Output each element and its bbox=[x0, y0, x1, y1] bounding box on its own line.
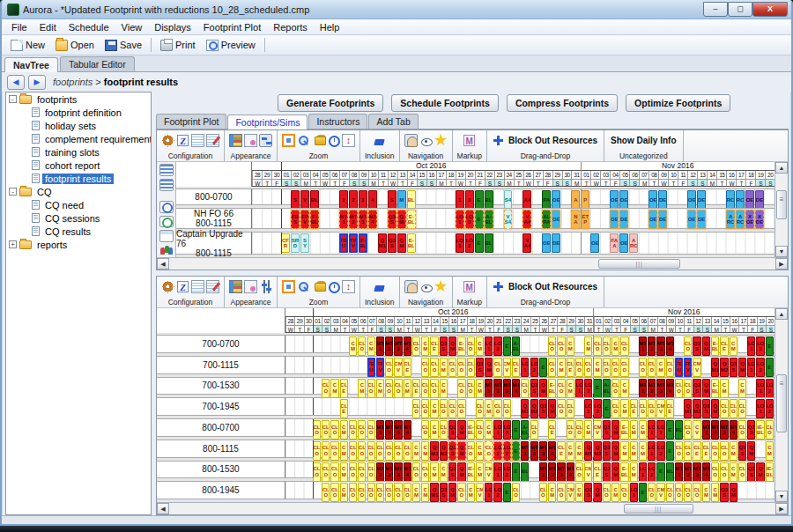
schedule-cell[interactable]: CM bbox=[584, 336, 592, 356]
schedule-cell[interactable]: Q3S bbox=[720, 483, 728, 502]
breadcrumb-parent[interactable]: footprints bbox=[53, 77, 93, 87]
people-colors-icon[interactable] bbox=[159, 245, 174, 257]
schedule-cell[interactable]: MT3 bbox=[557, 462, 565, 482]
schedule-cell[interactable]: CM bbox=[611, 336, 619, 356]
magnifier-icon[interactable] bbox=[297, 134, 310, 147]
save-button[interactable]: Save bbox=[100, 38, 147, 53]
schedule-cell[interactable]: QM bbox=[611, 441, 619, 461]
row-view-alt-icon[interactable] bbox=[159, 179, 174, 191]
taskbar[interactable] bbox=[0, 526, 793, 532]
schedule-cell[interactable]: 2 bbox=[349, 190, 358, 210]
schedule-cell[interactable]: CLO bbox=[620, 483, 628, 502]
schedule-cell[interactable]: FBS bbox=[291, 210, 300, 229]
schedule-cell[interactable]: MT1 bbox=[376, 420, 384, 440]
schedule-cell[interactable]: CM bbox=[620, 441, 628, 461]
schedule-cell[interactable]: Q3S bbox=[603, 441, 611, 461]
schedule-cell[interactable]: S bbox=[291, 190, 300, 210]
tree-expander-icon[interactable]: + bbox=[9, 240, 17, 248]
schedule-cell[interactable]: CLO bbox=[421, 462, 429, 482]
schedule-cell[interactable]: CLO bbox=[639, 358, 647, 377]
schedule-cell[interactable]: CMV bbox=[656, 483, 664, 502]
schedule-cell[interactable]: CLO bbox=[666, 483, 674, 502]
schedule-cell[interactable]: CM bbox=[557, 358, 565, 377]
schedule-cell[interactable]: CLO bbox=[648, 483, 656, 502]
schedule-cell[interactable]: BL bbox=[521, 462, 529, 482]
scroll-up-arrow[interactable]: ▲ bbox=[775, 162, 788, 174]
scroll-right-arrow[interactable]: ▶ bbox=[775, 258, 788, 270]
schedule-cell[interactable]: FBU bbox=[339, 233, 348, 253]
schedule-cell[interactable]: CLO bbox=[593, 336, 601, 356]
schedule-cell[interactable]: CLO bbox=[611, 379, 619, 398]
schedule-cell[interactable]: CLO bbox=[493, 399, 501, 418]
schedule-cell[interactable]: MT2 bbox=[493, 379, 501, 398]
horizontal-scroll-thumb[interactable] bbox=[598, 259, 680, 269]
schedule-cell[interactable]: CLO bbox=[385, 441, 393, 461]
schedule-cell[interactable]: LO1 bbox=[630, 483, 638, 502]
schedule-cell[interactable]: Q3S bbox=[448, 420, 456, 440]
gear-icon[interactable] bbox=[161, 280, 174, 293]
sidebar-item-footprint-results[interactable]: footprint results bbox=[6, 172, 151, 185]
schedule-cell[interactable]: OE bbox=[552, 190, 560, 210]
horizontal-scroll-thumb[interactable] bbox=[624, 504, 693, 514]
schedule-cell[interactable]: CM bbox=[730, 441, 737, 461]
tab-footprint-plot[interactable]: Footprint Plot bbox=[156, 114, 226, 129]
schedule-cell[interactable]: QM1 bbox=[684, 399, 692, 418]
schedule-cell[interactable]: CLO bbox=[521, 379, 529, 398]
schedule-cell[interactable]: LO1 bbox=[648, 420, 656, 440]
schedule-cell[interactable]: CLO bbox=[476, 399, 484, 418]
schedule-cell[interactable]: LO2 bbox=[493, 336, 501, 356]
schedule-cell[interactable]: Q3S bbox=[693, 336, 700, 356]
schedule-cell[interactable]: CLO bbox=[603, 358, 611, 377]
schedule-cell[interactable]: CLO bbox=[421, 358, 429, 377]
schedule-cell[interactable]: CM bbox=[358, 379, 366, 398]
schedule-cell[interactable]: OE bbox=[745, 190, 754, 210]
schedule-cell[interactable]: MT4 bbox=[702, 462, 710, 482]
schedule-cell[interactable]: CLO bbox=[330, 441, 338, 461]
schedule-cell[interactable]: CLO bbox=[430, 358, 438, 377]
schedule-cell[interactable]: Q3S bbox=[738, 441, 746, 461]
schedule-cell[interactable]: XDE bbox=[755, 210, 764, 229]
schedule-cell[interactable]: CLO bbox=[367, 379, 375, 398]
schedule-cell[interactable]: QM2 bbox=[440, 441, 448, 461]
schedule-cell[interactable]: 2 bbox=[465, 190, 474, 210]
schedule-cell[interactable]: OE bbox=[648, 210, 657, 229]
schedule-cell[interactable]: QM bbox=[457, 441, 465, 461]
schedule-cell[interactable]: CM bbox=[630, 462, 638, 482]
schedule-cell[interactable]: OE bbox=[552, 210, 560, 229]
schedule-cell[interactable]: VS4 bbox=[504, 210, 513, 229]
schedule-cell[interactable]: CLO bbox=[394, 483, 402, 502]
sidebar-item-footprint-definition[interactable]: footprint definition bbox=[6, 106, 151, 119]
tab-add-tab[interactable]: Add Tab bbox=[368, 114, 418, 129]
schedule-cell[interactable]: CM bbox=[349, 336, 357, 356]
block-out-resources-label[interactable]: Block Out Resources bbox=[507, 136, 599, 145]
schedule-cell[interactable]: MT2 bbox=[684, 462, 692, 482]
schedule-cell[interactable]: CLO bbox=[738, 420, 746, 440]
schedule-cell[interactable]: DE bbox=[697, 190, 706, 210]
schedule-cell[interactable]: F-BL bbox=[310, 210, 319, 229]
schedule-cell[interactable]: CLO bbox=[313, 441, 321, 461]
titlebar[interactable]: Aurora - *Updated Footprint with reducti… bbox=[2, 0, 791, 19]
schedule-cell[interactable]: E bbox=[603, 399, 611, 418]
schedule-cell[interactable]: LO2 bbox=[530, 358, 538, 377]
schedule-cell[interactable]: CLO bbox=[430, 379, 438, 398]
schedule-cell[interactable]: Q3S bbox=[747, 420, 755, 440]
schedule-cell[interactable]: CM bbox=[476, 441, 484, 461]
schedule-cell[interactable]: LO1 bbox=[493, 462, 501, 482]
schedule-cell[interactable]: CM bbox=[702, 483, 710, 502]
schedule-cell[interactable]: E bbox=[503, 336, 511, 356]
schedule-cell[interactable]: CLO bbox=[493, 358, 501, 377]
schedule-cell[interactable]: QM1 bbox=[711, 358, 719, 377]
schedule-cell[interactable]: QM bbox=[457, 420, 465, 440]
schedule-cell[interactable]: LO2 bbox=[503, 441, 511, 461]
schedule-cell[interactable]: IE-BL bbox=[467, 462, 475, 482]
schedule-cell[interactable]: CLO bbox=[394, 379, 402, 398]
schedule-cell[interactable]: QM bbox=[756, 462, 764, 482]
schedule-cell[interactable]: CLO bbox=[394, 441, 402, 461]
schedule-cell[interactable]: CLO bbox=[358, 336, 366, 356]
schedule-cell[interactable]: QM bbox=[548, 399, 556, 418]
move-icon[interactable] bbox=[492, 134, 505, 147]
schedule-cell[interactable]: CLO bbox=[738, 399, 746, 418]
schedule-cell[interactable]: OE bbox=[648, 190, 657, 210]
schedule-cell[interactable]: CLE bbox=[557, 441, 565, 461]
schedule-cell[interactable]: CLO bbox=[548, 358, 556, 377]
